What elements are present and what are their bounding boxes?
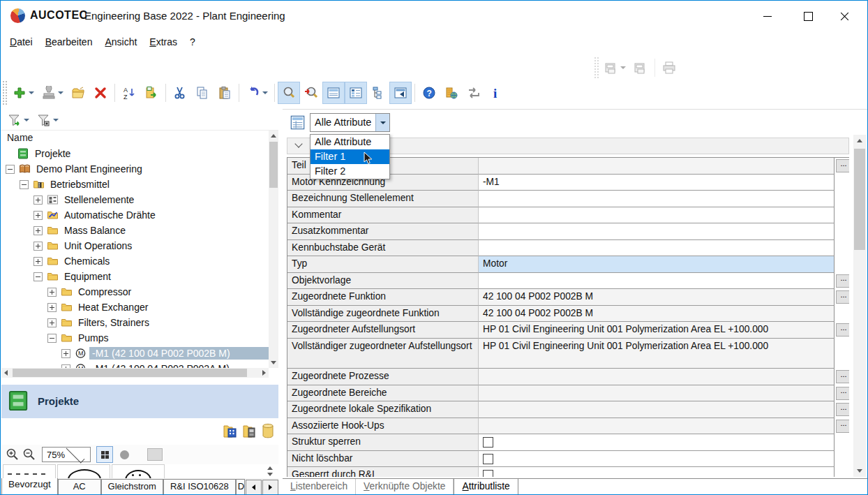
delete-button[interactable] — [89, 82, 112, 104]
tab-ri-iso10628[interactable]: R&I ISO10628 — [163, 479, 236, 495]
tree-item-heat-exchanger[interactable]: Heat Exchanger — [1, 300, 278, 315]
new-from-template-button[interactable] — [38, 82, 67, 104]
ellipsis-button[interactable]: ... — [836, 323, 849, 337]
tree-column-header[interactable]: Name — [7, 132, 33, 143]
combo-dropdown-button[interactable] — [375, 114, 389, 131]
expand-icon[interactable] — [33, 211, 43, 220]
database-cylinder-icon[interactable] — [261, 423, 275, 438]
attribute-value[interactable] — [479, 223, 835, 240]
tree-item-betriebsmittel[interactable]: Betriebsmittel — [1, 177, 278, 192]
scrollbar-thumb[interactable] — [13, 369, 247, 377]
tab-scroll-left-button[interactable] — [246, 480, 262, 495]
expand-icon[interactable] — [47, 318, 57, 327]
cut-button[interactable] — [169, 82, 191, 104]
collapse-icon[interactable] — [6, 165, 15, 174]
filter-apply-button[interactable] — [3, 109, 33, 131]
add-button[interactable] — [8, 82, 38, 104]
collapse-icon[interactable] — [33, 272, 43, 281]
tree-item-m1-p002b[interactable]: M -M1 (42 100 04 P002 P002B M) — [1, 346, 278, 361]
tree-item-demo-plant-engineering[interactable]: Demo Plant Engineering — [1, 161, 271, 177]
ellipsis-button[interactable]: ... — [836, 370, 849, 383]
database-web-button[interactable] — [440, 82, 463, 104]
expand-icon[interactable] — [33, 195, 43, 205]
collapse-icon[interactable] — [20, 180, 29, 189]
scroll-up-button[interactable] — [266, 465, 274, 471]
minimize-button[interactable] — [751, 6, 784, 26]
expand-icon[interactable] — [33, 242, 43, 251]
ellipsis-button[interactable]: ... — [836, 420, 849, 433]
close-button[interactable] — [828, 6, 860, 26]
search-next-button[interactable] — [300, 82, 322, 104]
menu-help[interactable]: ? — [184, 33, 202, 52]
menu-extras[interactable]: Extras — [143, 33, 184, 52]
tree-item-pumps[interactable]: Pumps — [1, 330, 278, 346]
dropdown-item-alle-attribute[interactable]: Alle Attribute — [310, 135, 389, 149]
undo-button[interactable] — [242, 82, 271, 104]
checkbox[interactable] — [483, 437, 493, 448]
expand-icon[interactable] — [47, 303, 57, 312]
forms-folder-icon[interactable] — [243, 423, 257, 438]
ellipsis-button[interactable]: ... — [836, 290, 849, 304]
expand-icon[interactable] — [33, 226, 43, 235]
symbol-cell[interactable] — [112, 464, 165, 479]
checkbox[interactable] — [483, 454, 493, 464]
attribute-value[interactable]: HP 01 Civil Engineering Unit 001 Polymer… — [479, 339, 835, 369]
tab-attributliste[interactable]: Attributliste — [454, 478, 518, 495]
tree-vertical-scrollbar[interactable] — [269, 131, 278, 368]
paste-button[interactable] — [214, 82, 236, 104]
attribute-value[interactable] — [479, 191, 835, 207]
tab-gleichstrom[interactable]: Gleichstrom — [101, 479, 163, 495]
attribute-value[interactable] — [479, 273, 835, 290]
symbol-cell[interactable] — [57, 464, 110, 479]
hierarchy-view-button[interactable] — [367, 82, 389, 104]
symbol-library-icon[interactable] — [223, 423, 237, 438]
expand-icon[interactable] — [61, 349, 70, 358]
dropdown-item-filter-1[interactable]: Filter 1 — [310, 149, 389, 164]
checkbox[interactable] — [483, 470, 493, 477]
tree-item-chemicals[interactable]: Chemicals — [1, 253, 278, 269]
export-button[interactable] — [140, 82, 163, 104]
menu-ansicht[interactable]: Ansicht — [98, 33, 143, 52]
attribute-vertical-scrollbar[interactable] — [853, 135, 866, 477]
tree-item-unit-operations[interactable]: Unit Operations — [1, 238, 278, 253]
attribute-filter-select[interactable]: Alle Attribute — [310, 113, 390, 132]
panel-divider[interactable] — [278, 110, 283, 495]
maximize-button[interactable] — [792, 6, 824, 26]
tab-bevorzugt[interactable]: Bevorzugt — [1, 478, 58, 495]
list-view-button[interactable] — [322, 82, 345, 104]
attribute-value[interactable] — [479, 240, 835, 257]
collapse-icon[interactable] — [47, 334, 57, 343]
toolbar-grip[interactable] — [594, 57, 599, 79]
help-button[interactable]: ? — [418, 82, 440, 104]
attribute-value[interactable] — [479, 385, 835, 402]
attribute-value[interactable] — [479, 158, 835, 175]
symbol-cell[interactable] — [3, 464, 56, 479]
projekte-panel-header[interactable]: Projekte — [1, 385, 278, 418]
info-button[interactable]: i — [485, 82, 507, 104]
attribute-value[interactable] — [479, 207, 835, 224]
tree-item-equipment[interactable]: Equipment — [1, 269, 278, 284]
attribute-value[interactable]: HP 01 Civil Engineering Unit 001 Polymer… — [479, 322, 835, 339]
scroll-down-button[interactable] — [266, 471, 274, 477]
zoom-out-icon[interactable] — [22, 448, 36, 461]
menu-datei[interactable]: Datei — [3, 33, 39, 52]
grid-toggle-button[interactable] — [96, 446, 113, 463]
worksheet-view-button[interactable] — [389, 82, 412, 104]
tree-horizontal-scrollbar[interactable] — [1, 368, 269, 378]
tab-partial[interactable]: D — [236, 479, 245, 495]
tree-item-projekte[interactable]: Projekte — [1, 146, 271, 161]
filter-define-button[interactable] — [33, 109, 62, 131]
zoom-level-select[interactable]: 75% — [42, 447, 91, 462]
attribute-value[interactable] — [479, 418, 835, 435]
expand-icon[interactable] — [47, 288, 57, 297]
tree-item-stellenelemente[interactable]: Stellenelemente — [1, 192, 278, 207]
scrollbar-thumb[interactable] — [854, 149, 865, 250]
ellipsis-button[interactable]: ... — [836, 159, 849, 172]
menu-bearbeiten[interactable]: Bearbeiten — [39, 33, 99, 52]
sort-button[interactable]: AZ — [118, 82, 140, 104]
workflow-button[interactable] — [463, 82, 485, 104]
attribute-value[interactable] — [479, 401, 835, 418]
tab-listenbereich[interactable]: Listenbereich — [283, 479, 356, 495]
tree-item-mass-balance[interactable]: Mass Balance — [1, 223, 278, 238]
tree-item-compressor[interactable]: Compressor — [1, 284, 278, 300]
